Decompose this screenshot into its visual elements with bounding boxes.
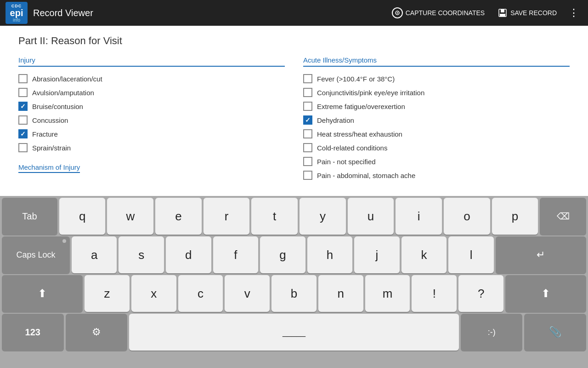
injury-label-2: Bruise/contusion: [32, 103, 83, 110]
injury-checkbox-3[interactable]: [18, 115, 28, 125]
section-title: Part II: Reason for Visit: [18, 35, 570, 47]
mechanism-label: Mechanism of Injury: [18, 163, 80, 173]
injury-item-5[interactable]: Sprain/strain: [18, 143, 285, 152]
acute-item-2[interactable]: Extreme fatigue/overexertion: [303, 102, 570, 111]
space-key[interactable]: _____: [129, 314, 459, 351]
m-key[interactable]: m: [365, 275, 410, 312]
g-key[interactable]: g: [260, 236, 305, 273]
q-key[interactable]: q: [59, 198, 106, 235]
t-key[interactable]: t: [251, 198, 298, 235]
b-key[interactable]: b: [271, 275, 317, 312]
y-key[interactable]: y: [300, 198, 346, 235]
acute-label-6: Pain - not specified: [317, 158, 376, 166]
w-key[interactable]: w: [107, 198, 153, 235]
more-options-button[interactable]: ⋮: [565, 5, 582, 21]
e-key[interactable]: e: [155, 198, 202, 235]
capture-label: CAPTURE COORDINATES: [406, 9, 485, 17]
acute-label-0: Fever (>100.4°F or 38°C): [317, 75, 395, 83]
injury-item-2[interactable]: Bruise/contusion: [18, 102, 285, 111]
save-record-button[interactable]: SAVE RECORD: [493, 5, 561, 21]
acute-item-0[interactable]: Fever (>100.4°F or 38°C): [303, 74, 570, 83]
z-key[interactable]: z: [85, 275, 130, 312]
content-area: Part II: Reason for Visit Injury Abrasio…: [0, 26, 588, 196]
keyboard-row-4: 123 ⚙ _____ :-) 📎: [2, 314, 586, 351]
s-key[interactable]: s: [119, 236, 164, 273]
acute-checkbox-6[interactable]: [303, 157, 312, 166]
mechanism-field: Mechanism of Injury: [18, 159, 285, 173]
f-key[interactable]: f: [213, 236, 259, 273]
app-title: Record Viewer: [33, 8, 387, 18]
j-key[interactable]: j: [354, 236, 400, 273]
injury-label-0: Abrasion/laceration/cut: [32, 75, 102, 83]
acute-item-5[interactable]: Cold-related conditions: [303, 143, 570, 152]
n-key[interactable]: n: [318, 275, 363, 312]
u-key[interactable]: u: [348, 198, 394, 235]
acute-checkbox-7[interactable]: [303, 171, 312, 180]
caps-lock-key[interactable]: Caps Lock: [2, 236, 70, 273]
injury-item-3[interactable]: Concussion: [18, 115, 285, 125]
keyboard-row-2: Caps Lock a s d f g h j k l ↵: [2, 236, 586, 273]
capture-coordinates-button[interactable]: CAPTURE COORDINATES: [387, 5, 489, 21]
injury-checkbox-0[interactable]: [18, 74, 28, 83]
tab-key[interactable]: Tab: [2, 198, 57, 235]
capture-icon: [392, 7, 403, 18]
save-icon: [498, 8, 508, 18]
c-key[interactable]: c: [178, 275, 223, 312]
injury-item-4[interactable]: Fracture: [18, 129, 285, 138]
acute-label-1: Conjunctivitis/pink eye/eye irritation: [317, 89, 424, 97]
acute-checkbox-0[interactable]: [303, 74, 312, 83]
acute-checkbox-5[interactable]: [303, 143, 312, 152]
acute-label-7: Pain - abdominal, stomach ache: [317, 172, 415, 179]
acute-item-4[interactable]: Heat stress/heat exhaustion: [303, 129, 570, 138]
injury-item-0[interactable]: Abrasion/laceration/cut: [18, 74, 285, 83]
acute-checkbox-4[interactable]: [303, 129, 312, 138]
svg-point-1: [396, 12, 398, 14]
o-key[interactable]: o: [444, 198, 490, 235]
r-key[interactable]: r: [204, 198, 250, 235]
acute-checkbox-3[interactable]: [303, 115, 312, 125]
k-key[interactable]: k: [401, 236, 447, 273]
injury-label-1: Avulsion/amputation: [32, 89, 94, 97]
injury-checkbox-4[interactable]: [18, 129, 28, 138]
attachment-key[interactable]: 📎: [524, 314, 586, 351]
acute-checkbox-2[interactable]: [303, 102, 312, 111]
v-key[interactable]: v: [225, 275, 270, 312]
acute-column-header: Acute Illness/Symptoms: [303, 56, 570, 67]
logo-cdc-text: CDC: [11, 4, 22, 8]
h-key[interactable]: h: [307, 236, 353, 273]
emoticon-key[interactable]: :-): [461, 314, 523, 351]
i-key[interactable]: i: [396, 198, 442, 235]
backspace-key[interactable]: ⌫: [540, 198, 586, 235]
right-shift-key[interactable]: ⬆: [505, 275, 586, 312]
caps-lock-indicator: [62, 239, 66, 243]
number-toggle-key[interactable]: 123: [2, 314, 64, 351]
injury-label-4: Fracture: [32, 130, 58, 138]
exclaim-key[interactable]: !: [412, 275, 457, 312]
left-shift-key[interactable]: ⬆: [2, 275, 83, 312]
a-key[interactable]: a: [72, 236, 117, 273]
injury-column: Injury Abrasion/laceration/cutAvulsion/a…: [18, 56, 285, 184]
acute-item-3[interactable]: Dehydration: [303, 115, 570, 125]
injury-label-5: Sprain/strain: [32, 144, 71, 152]
acute-checkbox-1[interactable]: [303, 88, 312, 97]
keyboard-row-1: Tab q w e r t y u i o p ⌫: [2, 198, 586, 235]
injury-checkbox-5[interactable]: [18, 143, 28, 152]
enter-key[interactable]: ↵: [496, 236, 586, 273]
app-header: CDC epi info Record Viewer CAPTURE COORD…: [0, 0, 588, 26]
question-key[interactable]: ?: [458, 275, 503, 312]
acute-item-6[interactable]: Pain - not specified: [303, 157, 570, 166]
acute-item-7[interactable]: Pain - abdominal, stomach ache: [303, 171, 570, 180]
app-logo: CDC epi info: [6, 2, 28, 24]
injury-checkbox-2[interactable]: [18, 102, 28, 111]
p-key[interactable]: p: [492, 198, 538, 235]
injury-item-1[interactable]: Avulsion/amputation: [18, 88, 285, 97]
acute-label-4: Heat stress/heat exhaustion: [317, 130, 402, 138]
injury-label-3: Concussion: [32, 116, 68, 124]
l-key[interactable]: l: [448, 236, 494, 273]
injury-checkbox-1[interactable]: [18, 88, 28, 97]
x-key[interactable]: x: [131, 275, 176, 312]
acute-item-1[interactable]: Conjunctivitis/pink eye/eye irritation: [303, 88, 570, 97]
settings-key[interactable]: ⚙: [66, 314, 128, 351]
d-key[interactable]: d: [166, 236, 211, 273]
keyboard-row-3: ⬆ z x c v b n m ! ? ⬆: [2, 275, 586, 312]
